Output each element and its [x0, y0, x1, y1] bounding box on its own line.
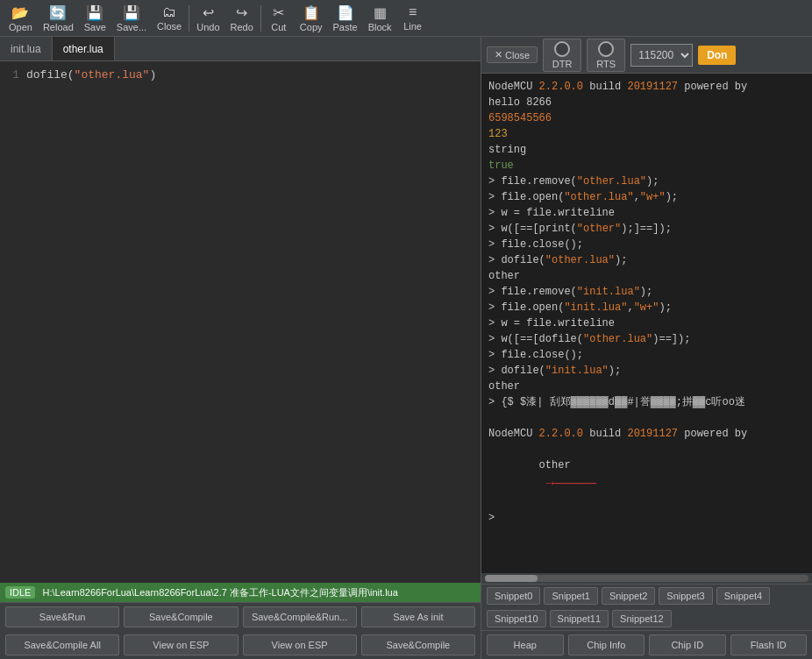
- con-line-2: 6598545566: [488, 110, 805, 126]
- main-area: init.lua other.lua 1 dofile("other.lua")…: [0, 37, 812, 659]
- block-icon: ▦: [374, 4, 387, 21]
- snippet1-button[interactable]: Snippet1: [544, 587, 597, 605]
- redo-button[interactable]: ↪ Redo: [225, 3, 259, 34]
- view-on-esp-button-2[interactable]: View on ESP: [243, 634, 357, 655]
- reload-button[interactable]: 🔄 Reload: [38, 3, 79, 34]
- con-line-14: > file.open("init.lua","w+");: [488, 300, 805, 315]
- save-run-button[interactable]: Save&Run: [5, 606, 119, 627]
- save-compile-run-button[interactable]: Save&Compile&Run...: [243, 606, 357, 627]
- open-button[interactable]: 📂 Open: [4, 3, 38, 34]
- toolbar-separator-2: [260, 5, 261, 32]
- snippet0-button[interactable]: Snippet0: [487, 587, 540, 605]
- copy-icon: 📋: [303, 4, 320, 21]
- baud-rate-select[interactable]: 115200: [630, 44, 693, 67]
- paste-icon: 📄: [337, 4, 354, 21]
- con-line-3: 123: [488, 126, 805, 142]
- redo-icon: ↪: [236, 4, 247, 21]
- con-line-9: > w([==[print("other");]==]);: [488, 221, 805, 237]
- paste-button[interactable]: 📄 Paste: [328, 3, 363, 34]
- save-compile-button-2[interactable]: Save&Compile: [361, 634, 475, 655]
- code-line-1: dofile("other.lua"): [26, 67, 481, 84]
- con-line-16: > w([==[dofile("other.lua")==]);: [488, 331, 805, 347]
- don-button[interactable]: Don: [698, 46, 736, 65]
- tab-init-lua[interactable]: init.lua: [0, 37, 53, 60]
- save-icon: 💾: [86, 4, 103, 21]
- con-line-4: string: [488, 142, 805, 158]
- scroll-track: [485, 575, 808, 582]
- toolbar-separator: [189, 5, 189, 32]
- console-output[interactable]: NodeMCU 2.2.0.0 build 20191127 powered b…: [481, 74, 812, 573]
- con-line-17: > file.close();: [488, 347, 805, 363]
- flash-id-button[interactable]: Flash ID: [730, 634, 808, 655]
- save-as-init-button[interactable]: Save As init: [361, 606, 475, 627]
- con-line-23: other →―――――: [488, 442, 805, 510]
- con-line-0: NodeMCU 2.2.0.0 build 20191127 powered b…: [488, 79, 805, 95]
- code-content[interactable]: dofile("other.lua"): [26, 65, 481, 579]
- tabs-bar: init.lua other.lua: [0, 37, 481, 61]
- reload-icon: 🔄: [49, 4, 67, 21]
- dtr-button[interactable]: DTR: [543, 39, 581, 72]
- snippet-row-1: Snippet0 Snippet1 Snippet2 Snippet3 Snip…: [481, 585, 812, 607]
- con-line-24: >: [488, 510, 805, 526]
- con-line-15: > w = file.writeline: [488, 315, 805, 331]
- snippet12-button[interactable]: Snippet12: [612, 610, 672, 627]
- save-as-button[interactable]: 💾 Save...: [111, 3, 152, 34]
- status-idle-badge: IDLE: [5, 586, 35, 599]
- con-line-21: [488, 410, 805, 426]
- toolbar: 📂 Open 🔄 Reload 💾 Save 💾 Save... 🗂 Close…: [0, 0, 812, 37]
- con-line-8: > w = file.writeline: [488, 205, 805, 221]
- button-row-1: Save&Run Save&Compile Save&Compile&Run..…: [0, 603, 481, 631]
- line-button[interactable]: ≡ Line: [397, 3, 429, 33]
- con-line-18: > dofile("init.lua");: [488, 363, 805, 379]
- undo-icon: ↩: [203, 4, 214, 21]
- heap-button[interactable]: Heap: [487, 634, 564, 655]
- con-line-11: > dofile("other.lua");: [488, 252, 805, 268]
- red-arrow-icon: →―――――: [546, 473, 597, 494]
- console-panel: ✕ Close DTR RTS 115200 Don NodeMCU 2.2.0…: [481, 37, 812, 659]
- line-icon: ≡: [409, 4, 417, 20]
- code-editor[interactable]: 1 dofile("other.lua"): [0, 61, 481, 583]
- rts-circle: [598, 41, 614, 57]
- con-line-19: other: [488, 379, 805, 394]
- copy-button[interactable]: 📋 Copy: [295, 3, 328, 34]
- snippet3-button[interactable]: Snippet3: [659, 587, 712, 605]
- snippet-row-2: Snippet10 Snippet11 Snippet12: [481, 607, 812, 630]
- close-icon: ✕: [495, 49, 502, 60]
- chip-info-button[interactable]: Chip Info: [568, 634, 645, 655]
- bottom-buttons: Save&Run Save&Compile Save&Compile&Run..…: [0, 602, 481, 659]
- con-line-7: > file.open("other.lua","w+");: [488, 189, 805, 205]
- line-numbers: 1: [0, 65, 26, 579]
- open-icon: 📂: [11, 4, 29, 21]
- scroll-thumb[interactable]: [485, 575, 538, 582]
- close-file-button[interactable]: 🗂 Close: [152, 3, 187, 33]
- chip-id-button[interactable]: Chip ID: [649, 634, 726, 655]
- undo-button[interactable]: ↩ Undo: [191, 3, 224, 34]
- save-button[interactable]: 💾 Save: [79, 3, 111, 34]
- con-line-1: hello 8266: [488, 95, 805, 110]
- snippet11-button[interactable]: Snippet11: [550, 610, 609, 627]
- save-as-icon: 💾: [123, 4, 140, 21]
- view-on-esp-button-1[interactable]: View on ESP: [124, 634, 238, 655]
- con-line-5: true: [488, 158, 805, 174]
- block-button[interactable]: ▦ Block: [363, 3, 397, 34]
- console-scrollbar[interactable]: [481, 573, 812, 584]
- dtr-circle: [554, 41, 570, 57]
- close-file-icon: 🗂: [162, 4, 176, 20]
- tab-other-lua[interactable]: other.lua: [53, 37, 115, 60]
- button-row-2: Save&Compile All View on ESP View on ESP…: [0, 631, 481, 659]
- cut-button[interactable]: ✂ Cut: [263, 3, 295, 34]
- save-compile-all-button[interactable]: Save&Compile All: [5, 634, 119, 655]
- con-line-6: > file.remove("other.lua");: [488, 174, 805, 189]
- con-line-20: > {$ $漆| 刮郑▓▓▓▓▓▓d▓▓#|誉▓▓▓▓;拼▓▓c听oo迷: [488, 394, 805, 410]
- snippet4-button[interactable]: Snippet4: [716, 587, 770, 605]
- save-compile-button[interactable]: Save&Compile: [124, 606, 238, 627]
- status-path: H:\Learn8266ForLua\Learn8266ForLua\2.7 准…: [42, 586, 397, 599]
- rts-button[interactable]: RTS: [587, 39, 625, 72]
- utility-row: Heap Chip Info Chip ID Flash ID: [481, 630, 812, 659]
- snippet10-button[interactable]: Snippet10: [487, 610, 546, 627]
- console-topbar: ✕ Close DTR RTS 115200 Don: [481, 37, 812, 74]
- console-close-button[interactable]: ✕ Close: [487, 46, 538, 63]
- snippet2-button[interactable]: Snippet2: [602, 587, 655, 605]
- con-line-22: NodeMCU 2.2.0.0 build 20191127 powered b…: [488, 426, 805, 442]
- con-line-10: > file.close();: [488, 237, 805, 252]
